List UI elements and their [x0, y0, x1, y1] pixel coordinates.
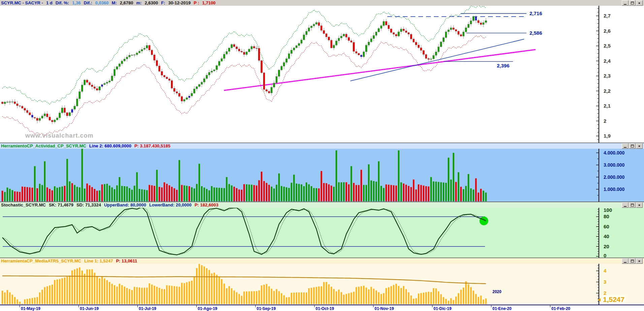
- volume-header-text: P: 3.187.430,5185: [134, 143, 170, 148]
- stochastic-axis-label: 100: [604, 207, 612, 213]
- month-tick: [432, 305, 432, 307]
- stochastic-window-controls: ×: [622, 202, 643, 208]
- maximize-button[interactable]: [629, 258, 636, 264]
- maximize-icon: [631, 204, 634, 206]
- visualchart-watermark: www.visualchart.com: [25, 132, 93, 139]
- month-label: 01-Nov-19: [375, 306, 394, 311]
- atr-header-text: Line 1: 1,5247: [84, 258, 113, 263]
- minimize-icon: [624, 147, 626, 148]
- price-axis-label: 2,6: [604, 28, 611, 34]
- price-axis-label: 1,9: [604, 133, 611, 139]
- month-label: 01-Ene-20: [492, 306, 512, 311]
- price-header-text: P :: [194, 0, 199, 5]
- price-header-text: 30-12-2019: [168, 0, 191, 5]
- stochastic-axis-label: 20: [604, 244, 609, 249]
- price-header-text: 1,7100: [202, 0, 216, 5]
- maximize-button[interactable]: [629, 202, 636, 208]
- month-label: 01-Jun-19: [80, 306, 99, 311]
- volume-header-text: HerramientoCP_Actividad_CP_SCYR.MC: [1, 143, 86, 148]
- month-tick: [255, 305, 256, 307]
- atr-current-value-arrow-icon: [598, 298, 601, 302]
- price-axis-label: 2,7: [604, 13, 611, 19]
- volume-chart-canvas[interactable]: 4.000.0003.000.0002.000.0001.000.000: [0, 143, 644, 202]
- close-button[interactable]: ×: [636, 202, 643, 208]
- price-header-text: 2,6300: [144, 0, 158, 5]
- month-label: 01-Feb-20: [551, 306, 570, 311]
- price-header-text: M:: [112, 0, 117, 5]
- price-header-text: F:: [161, 0, 165, 5]
- minimize-icon: [624, 4, 626, 5]
- month-label: 01-Dic-19: [433, 306, 451, 311]
- stochastic-header-text: SK: 71,4679: [49, 202, 73, 207]
- minimize-button[interactable]: [622, 258, 629, 264]
- time-axis[interactable]: 01-May-1901-Jun-1901-Jul-1901-Ago-1901-S…: [0, 305, 644, 311]
- price-axis-label: 2,2: [604, 88, 611, 94]
- stochastic-panel-header: Stochastic_SCYR.MCSK: 71,4679SD: 71,3324…: [0, 202, 644, 208]
- price-level-label: 2,716: [529, 10, 542, 16]
- panel-atr[interactable]: 432 HerramientaCP_MediaATR5_SCYR.MCLine …: [0, 258, 644, 305]
- price-axis-label: 2,5: [604, 43, 611, 49]
- price-header-text: 0,0360: [95, 0, 109, 5]
- minimize-button[interactable]: [622, 0, 629, 6]
- stochastic-axis-label: 60: [604, 224, 609, 229]
- month-label: 01-Sep-19: [257, 306, 276, 311]
- stochastic-axis-label: 0: [604, 253, 606, 258]
- panel-stochastic[interactable]: 100806040200 Stochastic_SCYR.MCSK: 71,46…: [0, 202, 644, 258]
- price-axis-label: 2,3: [604, 73, 611, 79]
- atr-window-controls: ×: [622, 258, 643, 264]
- price-level-label: 2,396: [497, 63, 510, 68]
- price-chart-canvas[interactable]: 2,7162,5862,3962,72,62,52,42,32,22,121,9: [0, 0, 644, 143]
- panel-price[interactable]: 2,7162,5862,3962,72,62,52,42,32,22,121,9…: [0, 0, 644, 143]
- atr-header-text: P: 13,0611: [116, 258, 137, 263]
- price-axis-label: 2: [604, 118, 606, 124]
- price-header-text: Dif.:: [84, 0, 92, 5]
- minimize-icon: [624, 206, 626, 207]
- atr-panel-header: HerramientaCP_MediaATR5_SCYR.MCLine 1: 1…: [0, 258, 644, 264]
- price-window-controls: ×: [622, 0, 643, 6]
- month-tick: [373, 305, 374, 307]
- atr-chart-canvas[interactable]: 432: [0, 258, 644, 305]
- volume-axis-label: 2.000.000: [604, 174, 624, 180]
- close-icon: ×: [638, 1, 640, 5]
- minimize-button[interactable]: [622, 143, 629, 149]
- maximize-icon: [631, 2, 634, 4]
- maximize-icon: [631, 145, 634, 147]
- atr-header-text: HerramientaCP_MediaATR5_SCYR.MC: [1, 258, 81, 263]
- minimize-button[interactable]: [622, 202, 629, 208]
- volume-axis-label: 3.000.000: [604, 162, 624, 168]
- atr-axis-label: 3: [604, 279, 606, 285]
- year-boundary-label: 2020: [492, 289, 502, 294]
- stochastic-chart-canvas[interactable]: 100806040200: [0, 202, 644, 258]
- maximize-button[interactable]: [629, 143, 636, 149]
- close-icon: ×: [638, 203, 640, 207]
- atr-axis-label: 4: [604, 268, 607, 274]
- minimize-icon: [624, 262, 626, 263]
- price-header-text: SCYR.MC - SACYR -: [1, 0, 43, 5]
- month-label: 01-Oct-19: [316, 306, 334, 311]
- stochastic-header-text: SD: 71,3324: [76, 202, 101, 207]
- stochastic-axis-label: 40: [604, 233, 609, 239]
- panel-volume[interactable]: 4.000.0003.000.0002.000.0001.000.000 Her…: [0, 143, 644, 202]
- close-button[interactable]: ×: [636, 143, 643, 149]
- close-button[interactable]: ×: [636, 0, 643, 6]
- month-tick: [314, 305, 315, 307]
- volume-header-text: Line 2: 680.609,0000: [89, 143, 131, 148]
- price-axis-label: 2,4: [604, 58, 611, 64]
- month-tick: [196, 305, 197, 307]
- month-label: 01-May-19: [21, 306, 40, 311]
- month-tick: [20, 305, 20, 307]
- maximize-button[interactable]: [629, 0, 636, 6]
- month-label: 01-Jul-19: [139, 306, 156, 311]
- stochastic-axis-label: 80: [604, 214, 609, 219]
- stochastic-header-text: LowerBand: 20,0000: [149, 202, 192, 207]
- volume-axis-label: 4.000.000: [604, 150, 624, 156]
- price-panel-header: SCYR.MC - SACYR -1 dDif. %:1,36Dif.:0,03…: [0, 0, 644, 6]
- volume-window-controls: ×: [622, 143, 643, 149]
- month-tick: [78, 305, 79, 307]
- close-button[interactable]: ×: [636, 258, 643, 264]
- month-tick: [550, 305, 550, 307]
- price-header-text: 1 d: [46, 0, 53, 5]
- stochastic-header-text: UpperBand: 80,0000: [104, 202, 146, 207]
- month-tick: [491, 305, 491, 307]
- close-icon: ×: [638, 259, 640, 263]
